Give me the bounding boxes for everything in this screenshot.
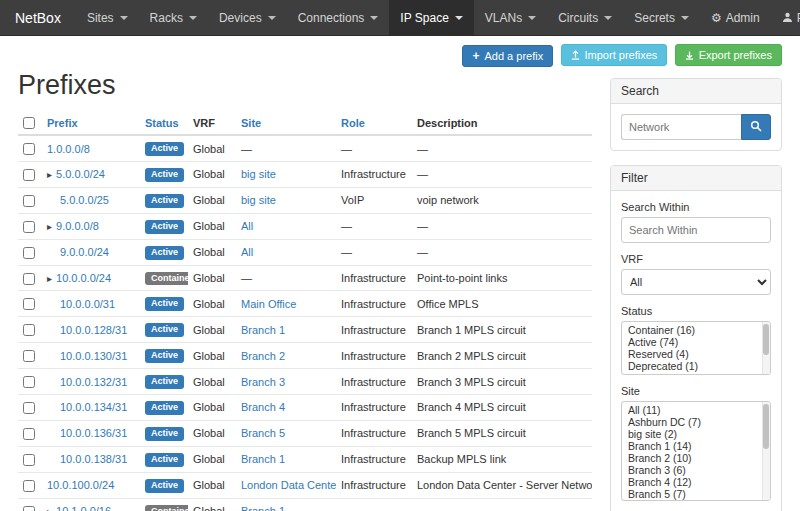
nav-item-label: Devices — [219, 11, 262, 25]
site-link[interactable]: big site — [241, 194, 276, 206]
row-checkbox[interactable] — [23, 428, 35, 440]
description-cell: — — [412, 498, 592, 511]
prefix-link[interactable]: 10.1.0.0/16 — [56, 505, 111, 511]
site-link[interactable]: Branch 3 — [241, 376, 285, 388]
status-cell: Active — [140, 395, 188, 421]
row-checkbox[interactable] — [23, 247, 35, 259]
scrollbar-thumb[interactable] — [763, 404, 769, 449]
search-within-input[interactable] — [621, 217, 771, 243]
site-link[interactable]: Branch 1 — [241, 324, 285, 336]
site-link[interactable]: Branch 5 — [241, 427, 285, 439]
nav-admin[interactable]: ⚙ Admin — [700, 0, 771, 35]
row-checkbox[interactable] — [23, 324, 35, 336]
nav-item-sites[interactable]: Sites — [76, 0, 139, 35]
row-checkbox[interactable] — [23, 273, 35, 285]
prefix-table-body: 1.0.0.0/8ActiveGlobal———▸5.0.0.0/24Activ… — [18, 135, 592, 511]
listbox-option[interactable]: Ashburn DC (7) — [622, 416, 770, 428]
prefix-link[interactable]: 10.0.100.0/24 — [47, 479, 114, 491]
listbox-option[interactable]: All (11) — [622, 404, 770, 416]
listbox-option[interactable]: Branch 3 (6) — [622, 464, 770, 476]
nav-item-secrets[interactable]: Secrets — [623, 0, 700, 35]
add-prefix-button[interactable]: + Add a prefix — [462, 45, 553, 67]
site-link[interactable]: London Data Center — [241, 479, 336, 491]
chevron-down-icon — [189, 16, 197, 20]
sort-link[interactable]: Status — [145, 117, 179, 129]
row-checkbox[interactable] — [23, 143, 35, 155]
prefix-link[interactable]: 10.0.0.130/31 — [60, 350, 127, 362]
site-listbox[interactable]: All (11)Ashburn DC (7)big site (2)Branch… — [621, 401, 771, 501]
listbox-option[interactable]: Reserved (4) — [622, 348, 770, 360]
vrf-cell: Global — [188, 343, 236, 369]
row-checkbox[interactable] — [23, 350, 35, 362]
listbox-option[interactable]: Branch 2 (10) — [622, 452, 770, 464]
scrollbar-thumb[interactable] — [763, 324, 769, 355]
netbox-brand[interactable]: NetBox — [0, 0, 76, 35]
sort-link[interactable]: Site — [241, 117, 261, 129]
site-link[interactable]: big site — [241, 168, 276, 180]
prefix-link[interactable]: 1.0.0.0/8 — [47, 143, 90, 155]
search-panel-title: Search — [611, 79, 781, 104]
prefix-link[interactable]: 5.0.0.0/25 — [60, 194, 109, 206]
row-checkbox[interactable] — [23, 376, 35, 388]
nav-item-racks[interactable]: Racks — [139, 0, 208, 35]
prefix-table: PrefixStatusVRFSiteRoleDescription 1.0.0… — [18, 111, 592, 511]
role-cell: Infrastructure — [336, 161, 412, 187]
search-button[interactable] — [741, 114, 771, 140]
site-link[interactable]: Branch 1 — [241, 453, 285, 465]
row-checkbox-cell — [18, 291, 42, 317]
listbox-option[interactable]: Active (74) — [622, 336, 770, 348]
listbox-option[interactable]: Deprecated (1) — [622, 360, 770, 372]
row-checkbox-cell — [18, 135, 42, 161]
row-checkbox[interactable] — [23, 402, 35, 414]
site-link[interactable]: Branch 4 — [241, 401, 285, 413]
row-checkbox[interactable] — [23, 169, 35, 181]
row-checkbox[interactable] — [23, 298, 35, 310]
nav-item-vlans[interactable]: VLANs — [474, 0, 547, 35]
prefix-link[interactable]: 5.0.0.0/24 — [56, 168, 105, 180]
site-link[interactable]: All — [241, 246, 253, 258]
sort-link[interactable]: Role — [341, 117, 365, 129]
description-cell: Backup MPLS link — [412, 446, 592, 472]
row-checkbox[interactable] — [23, 480, 35, 492]
prefix-link[interactable]: 9.0.0.0/24 — [60, 246, 109, 258]
site-cell: London Data Center — [236, 472, 336, 498]
select-all-checkbox[interactable] — [23, 117, 35, 129]
prefix-cell: 10.0.0.0/31 — [42, 291, 140, 317]
site-link[interactable]: Branch 1 — [241, 505, 285, 511]
prefix-link[interactable]: 10.0.0.132/31 — [60, 376, 127, 388]
export-prefixes-button[interactable]: Export prefixes — [675, 44, 782, 66]
site-link[interactable]: All — [241, 220, 253, 232]
row-checkbox[interactable] — [23, 454, 35, 466]
listbox-option[interactable]: Branch 1 (14) — [622, 440, 770, 452]
site-link[interactable]: Main Office — [241, 298, 296, 310]
import-prefixes-button[interactable]: Import prefixes — [561, 44, 668, 66]
prefix-link[interactable]: 10.0.0.138/31 — [60, 453, 127, 465]
row-checkbox[interactable] — [23, 195, 35, 207]
row-checkbox[interactable] — [23, 221, 35, 233]
prefix-link[interactable]: 10.0.0.0/24 — [56, 272, 111, 284]
nav-item-connections[interactable]: Connections — [287, 0, 390, 35]
nav-profile[interactable]: Profile — [771, 0, 800, 35]
nav-item-ip-space[interactable]: IP Space — [389, 0, 473, 35]
prefix-link[interactable]: 10.0.0.128/31 — [60, 324, 127, 336]
search-input[interactable] — [621, 114, 741, 140]
prefix-link[interactable]: 10.0.0.134/31 — [60, 401, 127, 413]
sort-link[interactable]: Prefix — [47, 117, 78, 129]
site-link[interactable]: Branch 2 — [241, 350, 285, 362]
row-checkbox[interactable] — [23, 506, 35, 511]
nav-item-devices[interactable]: Devices — [208, 0, 287, 35]
prefix-link[interactable]: 10.0.0.136/31 — [60, 427, 127, 439]
prefix-cell: 10.0.0.134/31 — [42, 395, 140, 421]
listbox-option[interactable]: big site (2) — [622, 428, 770, 440]
nav-item-circuits[interactable]: Circuits — [547, 0, 623, 35]
listbox-option[interactable]: COLO 1 (4) — [622, 500, 770, 501]
listbox-option[interactable]: Branch 4 (12) — [622, 476, 770, 488]
prefix-row: 10.0.0.136/31ActiveGlobalBranch 5Infrast… — [18, 420, 592, 446]
vrf-select[interactable]: All — [621, 269, 771, 295]
listbox-option[interactable]: Container (16) — [622, 324, 770, 336]
status-listbox[interactable]: Container (16)Active (74)Reserved (4)Dep… — [621, 321, 771, 375]
listbox-option[interactable]: Branch 5 (7) — [622, 488, 770, 500]
prefix-link[interactable]: 9.0.0.0/8 — [56, 220, 99, 232]
prefix-link[interactable]: 10.0.0.0/31 — [60, 298, 115, 310]
description-cell: Branch 5 MPLS circuit — [412, 420, 592, 446]
